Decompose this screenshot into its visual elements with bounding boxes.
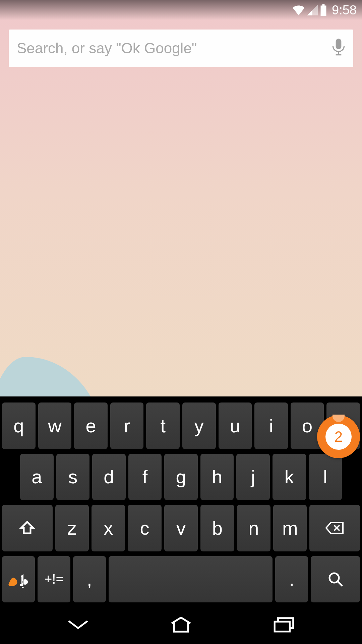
key-b[interactable]: b bbox=[200, 505, 234, 551]
key-l[interactable]: l bbox=[309, 454, 342, 500]
key-v[interactable]: v bbox=[164, 505, 198, 551]
key-k[interactable]: k bbox=[273, 454, 306, 500]
key-t[interactable]: t bbox=[146, 402, 180, 449]
keyboard-row-3: z x c v b n m bbox=[2, 505, 360, 551]
keyboard-row-4: +!= , . bbox=[2, 556, 360, 603]
status-bar: 9:58 bbox=[0, 0, 362, 20]
svg-line-1 bbox=[338, 581, 342, 586]
key-h[interactable]: h bbox=[200, 454, 234, 500]
badge-count: 2 bbox=[335, 428, 343, 445]
svg-rect-2 bbox=[275, 622, 290, 632]
nav-back-button[interactable] bbox=[58, 611, 98, 638]
search-bar[interactable] bbox=[9, 30, 353, 67]
nav-home-button[interactable] bbox=[161, 611, 201, 638]
key-search[interactable] bbox=[311, 556, 360, 603]
microphone-icon[interactable] bbox=[332, 38, 345, 58]
svg-point-0 bbox=[329, 573, 339, 583]
key-swype[interactable] bbox=[2, 556, 35, 603]
key-j[interactable]: j bbox=[236, 454, 270, 500]
cell-signal-icon bbox=[307, 5, 318, 15]
swype-icon bbox=[7, 571, 30, 588]
key-g[interactable]: g bbox=[164, 454, 198, 500]
key-backspace[interactable] bbox=[309, 505, 360, 551]
key-u[interactable]: u bbox=[219, 402, 252, 449]
key-comma[interactable]: , bbox=[73, 556, 106, 603]
key-a[interactable]: a bbox=[20, 454, 54, 500]
search-input[interactable] bbox=[17, 40, 332, 57]
key-i[interactable]: i bbox=[254, 402, 288, 449]
wifi-icon bbox=[292, 5, 305, 15]
key-x[interactable]: x bbox=[92, 505, 125, 551]
battery-icon bbox=[320, 4, 327, 16]
keyboard: q w e r t y u i o p a s d f g h j k l z bbox=[0, 396, 362, 605]
keyboard-row-1: q w e r t y u i o p bbox=[2, 402, 360, 449]
keyboard-row-2: a s d f g h j k l bbox=[2, 454, 360, 500]
key-z[interactable]: z bbox=[55, 505, 89, 551]
key-r[interactable]: r bbox=[110, 402, 144, 449]
key-w[interactable]: w bbox=[38, 402, 72, 449]
floating-notification-badge[interactable]: 2 bbox=[317, 415, 360, 458]
key-e[interactable]: e bbox=[74, 402, 108, 449]
key-q[interactable]: q bbox=[2, 402, 36, 449]
nav-recent-button[interactable] bbox=[264, 611, 304, 638]
key-symbols[interactable]: +!= bbox=[38, 556, 70, 603]
key-s[interactable]: s bbox=[56, 454, 90, 500]
key-c[interactable]: c bbox=[128, 505, 161, 551]
key-period[interactable]: . bbox=[275, 556, 308, 603]
key-d[interactable]: d bbox=[92, 454, 126, 500]
home-screen: 9:58 2 q w e r t y u i o p a s d bbox=[0, 0, 362, 644]
key-m[interactable]: m bbox=[273, 505, 307, 551]
navigation-bar bbox=[0, 605, 362, 644]
key-y[interactable]: y bbox=[182, 402, 216, 449]
key-n[interactable]: n bbox=[237, 505, 270, 551]
key-space[interactable] bbox=[109, 556, 273, 603]
status-time: 9:58 bbox=[332, 3, 357, 17]
key-f[interactable]: f bbox=[128, 454, 162, 500]
key-shift[interactable] bbox=[2, 505, 53, 551]
